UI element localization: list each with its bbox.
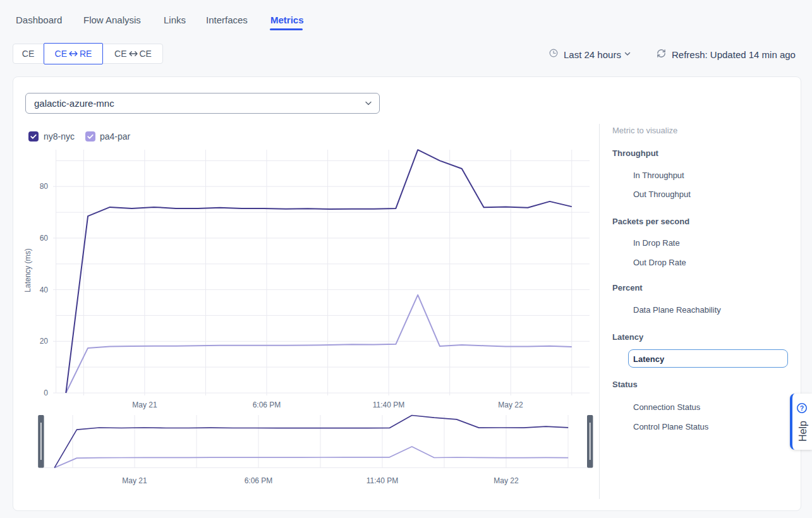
svg-text:0: 0	[44, 388, 48, 397]
svg-text:80: 80	[40, 182, 49, 191]
svg-text:May 21: May 21	[132, 401, 157, 409]
svg-text:6:06 PM: 6:06 PM	[253, 401, 281, 409]
svg-text:6:06 PM: 6:06 PM	[245, 476, 273, 485]
svg-text:60: 60	[40, 234, 49, 243]
svg-text:?: ?	[800, 404, 804, 412]
svg-text:May 22: May 22	[494, 476, 519, 485]
svg-text:11:40 PM: 11:40 PM	[373, 401, 404, 409]
svg-text:40: 40	[40, 286, 49, 294]
svg-text:Latency (ms): Latency (ms)	[23, 248, 32, 292]
svg-text:May 22: May 22	[498, 401, 523, 409]
svg-text:May 21: May 21	[122, 476, 147, 485]
svg-text:20: 20	[40, 337, 49, 346]
svg-text:11:40 PM: 11:40 PM	[367, 476, 398, 485]
